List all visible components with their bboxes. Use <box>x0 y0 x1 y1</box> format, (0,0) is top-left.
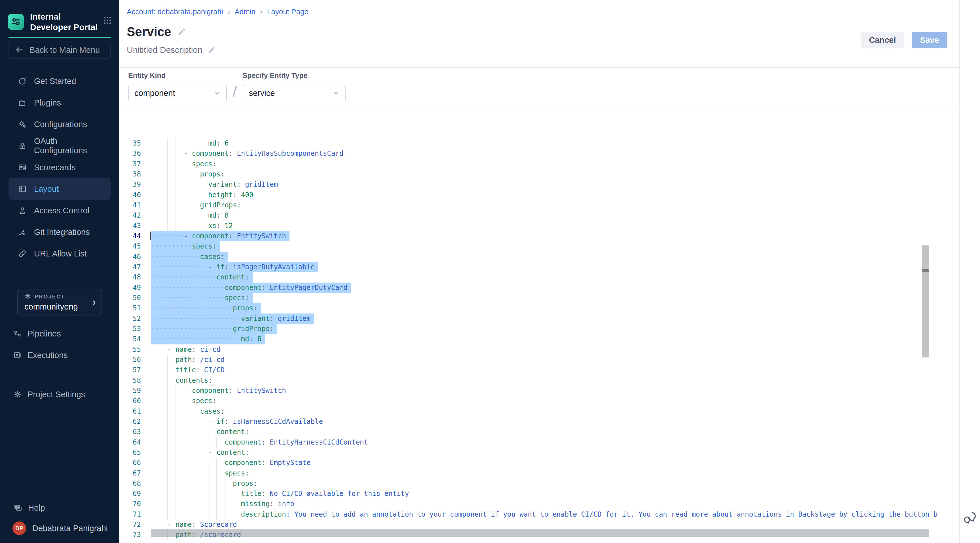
yaml-editor[interactable]: 35md: 636- component: EntityHasSubcompon… <box>119 111 937 543</box>
line-number[interactable]: 71 <box>131 509 141 519</box>
code-line-65[interactable]: 65- content: <box>119 447 937 458</box>
user-menu[interactable]: DP Debabrata Panigrahi <box>0 521 119 535</box>
code-line-62[interactable]: 62- if: isHarnessCiCdAvailable <box>119 416 937 427</box>
code-line-68[interactable]: 68props: <box>119 478 937 489</box>
project-selector[interactable]: PROJECT communityeng › <box>17 289 102 315</box>
line-number[interactable]: 72 <box>131 519 141 530</box>
line-number[interactable]: 35 <box>131 138 141 148</box>
line-number[interactable]: 70 <box>131 499 141 509</box>
line-number[interactable]: 64 <box>131 437 141 447</box>
code-line-69[interactable]: 69title: No CI/CD available for this ent… <box>119 489 937 499</box>
line-number[interactable]: 54 <box>131 334 141 344</box>
code-line-64[interactable]: 64component: EntityHarnessCiCdContent <box>119 437 937 447</box>
line-number[interactable]: 65 <box>131 447 141 458</box>
code-line-39[interactable]: 39variant: gridItem <box>119 179 937 189</box>
code-line-63[interactable]: 63content: <box>119 427 937 437</box>
save-button[interactable]: Save <box>912 32 947 48</box>
code-line-40[interactable]: 40height: 400 <box>119 190 937 200</box>
line-number[interactable]: 53 <box>131 324 141 334</box>
code-line-71[interactable]: 71description: You need to add an annota… <box>119 509 937 519</box>
code-line-42[interactable]: 42md: 8 <box>119 210 937 220</box>
code-line-44[interactable]: 44········- component: EntitySwitch <box>119 231 937 241</box>
edit-title-pencil-icon[interactable] <box>178 27 186 36</box>
code-line-55[interactable]: 55- name: ci-cd <box>119 344 937 355</box>
sidebar-item-configurations[interactable]: Configurations <box>8 113 111 135</box>
breadcrumb-admin[interactable]: Admin <box>234 7 256 16</box>
line-number[interactable]: 57 <box>131 365 141 375</box>
code-line-51[interactable]: 51····················props: <box>119 303 937 313</box>
code-line-47[interactable]: 47··············- if: isPagerDutyAvailab… <box>119 262 937 272</box>
code-line-50[interactable]: 50··················specs: <box>119 293 937 303</box>
sidebar-item-help[interactable]: ? Help <box>0 497 119 519</box>
code-line-72[interactable]: 72- name: Scorecard <box>119 519 937 530</box>
line-number[interactable]: 56 <box>131 355 141 365</box>
code-line-36[interactable]: 36- component: EntityHasSubcomponentsCar… <box>119 148 937 159</box>
cancel-button[interactable]: Cancel <box>861 32 904 48</box>
line-number[interactable]: 44 <box>131 231 141 241</box>
entity-kind-select[interactable]: component <box>128 85 227 101</box>
code-line-41[interactable]: 41gridProps: <box>119 200 937 210</box>
apps-grid-icon[interactable] <box>103 16 112 26</box>
sidebar-item-plugins[interactable]: Plugins <box>8 92 111 113</box>
line-number[interactable]: 55 <box>131 344 141 355</box>
line-number[interactable]: 67 <box>131 468 141 478</box>
code-line-67[interactable]: 67specs: <box>119 468 937 478</box>
code-line-54[interactable]: 54······················md: 6 <box>119 334 937 344</box>
code-line-48[interactable]: 48················content: <box>119 272 937 282</box>
line-number[interactable]: 69 <box>131 489 141 499</box>
line-number[interactable]: 60 <box>131 396 141 406</box>
line-number[interactable]: 42 <box>131 210 141 220</box>
line-number[interactable]: 58 <box>131 375 141 385</box>
sidebar-item-layout[interactable]: Layout <box>8 178 111 200</box>
code-line-52[interactable]: 52······················variant: gridIte… <box>119 314 937 324</box>
line-number[interactable]: 61 <box>131 406 141 416</box>
code-line-59[interactable]: 59- component: EntitySwitch <box>119 385 937 396</box>
support-chat-icon[interactable] <box>962 510 977 526</box>
line-number[interactable]: 40 <box>131 190 141 200</box>
sidebar-item-get-started[interactable]: Get Started <box>8 70 111 92</box>
line-number[interactable]: 66 <box>131 458 141 468</box>
entity-type-select[interactable]: service <box>243 85 346 101</box>
line-number[interactable]: 63 <box>131 427 141 437</box>
code-line-35[interactable]: 35md: 6 <box>119 138 937 148</box>
breadcrumb-account[interactable]: Account: debabrata.panigrahi <box>127 7 223 16</box>
sidebar-item-url-allow-list[interactable]: URL Allow List <box>8 243 111 264</box>
code-line-45[interactable]: 45··········specs: <box>119 241 937 252</box>
vertical-scrollbar[interactable] <box>922 245 929 357</box>
line-number[interactable]: 48 <box>131 272 141 282</box>
code-line-66[interactable]: 66component: EmptyState <box>119 458 937 468</box>
line-number[interactable]: 36 <box>131 148 141 159</box>
line-number[interactable]: 38 <box>131 169 141 179</box>
code-line-60[interactable]: 60specs: <box>119 396 937 406</box>
code-line-49[interactable]: 49··················component: EntityPag… <box>119 283 937 293</box>
horizontal-scrollbar[interactable] <box>151 529 929 537</box>
line-number[interactable]: 50 <box>131 293 141 303</box>
line-number[interactable]: 51 <box>131 303 141 313</box>
line-number[interactable]: 41 <box>131 200 141 210</box>
line-number[interactable]: 45 <box>131 241 141 252</box>
chevron-right-icon[interactable]: › <box>92 296 96 308</box>
sidebar-item-pipelines[interactable]: Pipelines <box>0 323 119 344</box>
code-line-38[interactable]: 38props: <box>119 169 937 179</box>
sidebar-item-executions[interactable]: Executions <box>0 344 119 366</box>
line-number[interactable]: 39 <box>131 179 141 189</box>
breadcrumb-layout-page[interactable]: Layout Page <box>267 7 309 16</box>
sidebar-item-project-settings[interactable]: Project Settings <box>0 384 119 405</box>
code-line-37[interactable]: 37specs: <box>119 159 937 169</box>
line-number[interactable]: 59 <box>131 385 141 396</box>
edit-description-pencil-icon[interactable] <box>208 46 215 54</box>
line-number[interactable]: 52 <box>131 314 141 324</box>
line-number[interactable]: 37 <box>131 159 141 169</box>
code-line-58[interactable]: 58contents: <box>119 375 937 385</box>
back-to-main-menu-button[interactable]: Back to Main Menu <box>8 41 111 59</box>
line-number[interactable]: 73 <box>131 530 141 540</box>
code-line-70[interactable]: 70missing: info <box>119 499 937 509</box>
code-line-53[interactable]: 53····················gridProps: <box>119 324 937 334</box>
line-number[interactable]: 46 <box>131 252 141 262</box>
line-number[interactable]: 68 <box>131 478 141 489</box>
sidebar-item-git-integrations[interactable]: Git Integrations <box>8 221 111 243</box>
line-number[interactable]: 47 <box>131 262 141 272</box>
code-line-43[interactable]: 43xs: 12 <box>119 221 937 231</box>
code-line-61[interactable]: 61cases: <box>119 406 937 416</box>
line-number[interactable]: 62 <box>131 416 141 427</box>
